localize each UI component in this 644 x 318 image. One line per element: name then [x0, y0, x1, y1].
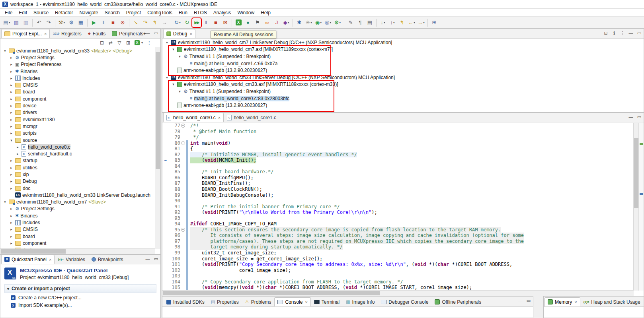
tree-closed-arrow[interactable]: ▸ — [9, 56, 14, 60]
step-return-button[interactable]: ↰ — [150, 18, 159, 27]
terminate-all-button[interactable]: ■ — [211, 18, 220, 27]
tree-closed-arrow[interactable]: ▸ — [9, 173, 14, 176]
registers-view-button[interactable]: ▦ — [76, 18, 85, 27]
tab-problems[interactable]: ⚠Problems — [242, 297, 275, 306]
reset-button[interactable]: ↻▾ — [173, 18, 182, 27]
project-item-hello-world-core0-c[interactable]: ▸chello_world_core0.c — [0, 143, 155, 150]
build-button[interactable]: ⚒▾ — [57, 18, 66, 27]
minimize-button[interactable]: — — [628, 31, 633, 35]
menu-navigate[interactable]: Navigate — [76, 9, 101, 16]
jlink-button[interactable]: J — [272, 18, 281, 27]
project-item-component[interactable]: ▸component — [0, 240, 155, 246]
tab-quickstart-panel[interactable]: XQuickstart Panel× — [1, 255, 55, 264]
linkserver-button[interactable]: ∞ — [263, 18, 271, 27]
project-item-board[interactable]: ▸board — [0, 89, 155, 95]
project-item-utilities[interactable]: ▸utilities — [0, 164, 155, 171]
debug-item-arm-none-eabi-gdb-13-2-90-20230627[interactable]: arm-none-eabi-gdb (13.2.90.20230627) — [162, 67, 643, 74]
tab-close-icon[interactable]: × — [305, 300, 307, 304]
collapse-all-button[interactable]: ⊟ — [100, 41, 104, 45]
maximize-button[interactable]: ▭ — [526, 299, 531, 303]
tree-closed-arrow[interactable]: ▸ — [9, 186, 14, 190]
menu-refactor[interactable]: Refactor — [52, 9, 76, 16]
tab-offline-peripherals[interactable]: Offline Peripherals — [431, 297, 484, 306]
probe-discovery-button[interactable]: ◆▾ — [282, 18, 291, 27]
sdk-import-button[interactable]: ✱ — [295, 18, 304, 27]
tree-open-arrow[interactable]: ▾ — [3, 200, 7, 204]
project-item-scripts[interactable]: ▸scripts — [0, 130, 155, 137]
tree-closed-arrow[interactable]: ▸ — [9, 97, 14, 101]
maximize-button[interactable]: ▭ — [637, 31, 642, 35]
maximize-button[interactable]: ▭ — [154, 31, 158, 35]
tab-close-icon[interactable]: × — [574, 300, 577, 304]
tab-close-icon[interactable]: × — [218, 115, 221, 120]
tree-closed-arrow[interactable]: ▸ — [9, 214, 14, 218]
debug-config-button[interactable]: ⚙ — [67, 18, 76, 27]
tab-terminal[interactable]: Terminal — [311, 297, 343, 306]
view-columns-button[interactable]: ⊞ — [126, 41, 131, 45]
tree-open-arrow[interactable]: ▾ — [171, 47, 176, 51]
project-item-mcmgr[interactable]: ▸mcmgr — [0, 123, 155, 130]
project-item-binaries[interactable]: ▸✱Binaries — [0, 68, 155, 75]
minimize-button[interactable]: — — [145, 257, 150, 261]
tab-variables[interactable]: (x)=Variables — [55, 255, 88, 264]
tab-heap-and-stack-usage[interactable]: (x)=Heap and Stack Usage — [580, 297, 644, 306]
debug-item-thread-1-1-suspended-breakpoint[interactable]: ▾⚙Thread #1 1 (Suspended : Breakpoint) — [162, 88, 643, 95]
scrollbar-thumb[interactable] — [1, 249, 66, 254]
maximize-button[interactable]: ▭ — [637, 115, 642, 119]
menu-file[interactable]: File — [2, 9, 16, 16]
tree-open-arrow[interactable]: ▾ — [165, 76, 169, 80]
tree-closed-arrow[interactable]: ▸ — [9, 159, 14, 163]
project-item-board[interactable]: ▸board — [0, 233, 155, 240]
menu-source[interactable]: Source — [30, 9, 52, 16]
scrollbar-thumb[interactable] — [156, 52, 160, 169]
last-edit-location-button[interactable]: ↰ — [398, 18, 406, 27]
debug-item-main-at-hello-world-core0-c-83-0x28003bf[interactable]: ≡main() at hello_world_core0.c:83 0x2800… — [162, 95, 643, 102]
terminate-button[interactable]: ■ — [109, 18, 117, 27]
tab-memory[interactable]: Memory× — [544, 297, 580, 306]
project-item-project-settings[interactable]: ▸⚙Project Settings — [0, 54, 155, 61]
debug-item-main-at-hello-world-core1-c-66-0xb7a[interactable]: ≡main() at hello_world_core1.c:66 0xb7a — [162, 60, 643, 67]
tab-close-icon[interactable]: × — [189, 31, 192, 36]
tab-debug[interactable]: Debug× — [163, 29, 195, 38]
tree-closed-arrow[interactable]: ▸ — [9, 241, 14, 245]
fold-collapse-icon[interactable] — [180, 140, 185, 146]
tree-closed-arrow[interactable]: ▸ — [9, 227, 14, 231]
tab-installed-sdks[interactable]: Installed SDKs — [163, 297, 208, 306]
open-perspective-button[interactable]: ⊞ — [430, 18, 439, 27]
show-whitespace-button[interactable]: ¶ — [356, 18, 365, 27]
project-item-drivers[interactable]: ▸drivers — [0, 109, 155, 116]
forward-button[interactable]: →▾ — [417, 18, 425, 27]
filter-button[interactable]: ▽ — [117, 41, 122, 45]
tree-open-arrow[interactable]: ▾ — [9, 138, 14, 142]
tree-closed-arrow[interactable]: ▸ — [9, 131, 14, 135]
project-item-device[interactable]: ▸device — [0, 102, 155, 109]
menu-project[interactable]: Project — [123, 9, 144, 16]
debug-button[interactable]: ◎▾ — [324, 18, 332, 27]
tree-open-arrow[interactable]: ▾ — [178, 89, 182, 93]
show-full-paths-button[interactable]: ℹ — [612, 31, 617, 35]
board-flags-button[interactable]: ⚑ — [253, 18, 262, 27]
menu-analysis[interactable]: Analysis — [210, 9, 234, 16]
tab-properties[interactable]: ▤Properties — [208, 297, 242, 306]
tree-closed-arrow[interactable]: ▸ — [9, 124, 14, 128]
minimize-button[interactable]: — — [518, 299, 523, 303]
project-item-project-settings[interactable]: ▸⚙Project Settings — [0, 206, 155, 212]
project-item-evkmimxrt1180-hello-world-cm7[interactable]: ▾evkmimxrt1180_hello_world_cm7 <Slave> — [0, 199, 155, 206]
tree-closed-arrow[interactable]: ▸ — [16, 145, 20, 149]
debug-item-evkmimxrt1180-hello-world-cm33-axf-mimxr[interactable]: ▾evkmimxrt1180_hello_world_cm33.axf [MIM… — [162, 81, 643, 88]
suspend-button[interactable]: ‖ — [99, 18, 108, 27]
disconnect-button[interactable]: ⊗ — [118, 18, 127, 27]
tree-closed-arrow[interactable]: ▸ — [9, 221, 14, 225]
project-item-component[interactable]: ▸component — [0, 95, 155, 102]
energy-measurement-button[interactable]: ● — [244, 18, 252, 27]
tree-open-arrow[interactable]: ▾ — [171, 82, 176, 86]
quickstart-link-create-a-new-c-c-project[interactable]: Create a new C/C++ project... — [4, 293, 156, 301]
tab-debugger-console[interactable]: Debugger Console — [378, 297, 431, 306]
debug-item-thread-1-1-suspended-breakpoint[interactable]: ▾⚙Thread #1 1 (Suspended : Breakpoint) — [162, 53, 643, 60]
debug-item-evkmimxrt1180-hello-world-cm33-linkserve[interactable]: ▾LSevkmimxrt1180_hello_world_cm33 LinkSe… — [162, 74, 643, 81]
project-item-source[interactable]: ▾source — [0, 137, 155, 143]
tree-closed-arrow[interactable]: ▸ — [9, 104, 14, 108]
debug-item-evkmimxrt1180-hello-world-cm7-linkserver[interactable]: ▾LSevkmimxrt1180_hello_world_cm7 LinkSer… — [162, 39, 643, 46]
tree-open-arrow[interactable]: ▾ — [165, 41, 169, 45]
ide-tools-button[interactable]: ✳▾ — [304, 18, 313, 27]
